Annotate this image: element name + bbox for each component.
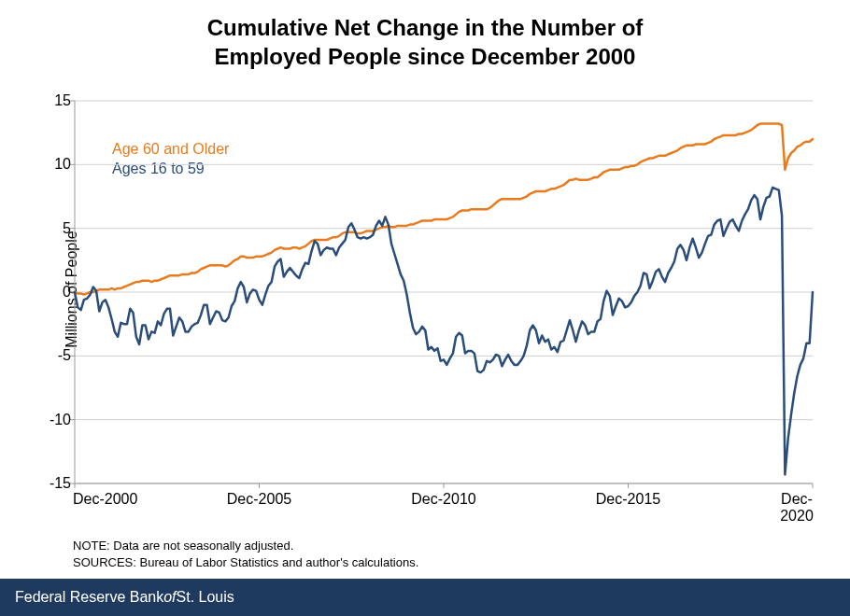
y-tick-label: 5: [43, 220, 71, 237]
y-tick-label: -10: [43, 412, 71, 428]
y-tick-label: -15: [43, 475, 71, 492]
series-age-16-59: [75, 188, 813, 475]
footer-prefix: Federal Reserve Bank: [15, 589, 163, 606]
note-line2: SOURCES: Bureau of Labor Statistics and …: [73, 554, 418, 571]
title-line2: Employed People since December 2000: [215, 44, 636, 69]
x-tick-label: Dec-2005: [227, 491, 291, 508]
chart-container: Cumulative Net Change in the Number of E…: [0, 0, 850, 579]
footer: Federal Reserve Bank of St. Louis: [0, 579, 850, 616]
x-tick-label: Dec-2000: [73, 491, 137, 508]
series-age-60-plus: [75, 124, 813, 295]
footer-suffix: St. Louis: [177, 589, 234, 606]
y-tick-label: 0: [43, 284, 71, 301]
note-line1: NOTE: Data are not seasonally adjusted.: [73, 538, 418, 554]
plot-area: [75, 101, 813, 483]
x-tick-label: Dec-2010: [411, 491, 475, 508]
chart-title: Cumulative Net Change in the Number of E…: [0, 0, 850, 71]
notes: NOTE: Data are not seasonally adjusted. …: [73, 538, 418, 570]
y-tick-label: 10: [43, 156, 71, 173]
y-tick-label: 15: [43, 92, 71, 109]
footer-of: of: [163, 589, 176, 606]
x-tick-label: Dec-2020: [779, 491, 815, 525]
y-tick-label: -5: [43, 347, 71, 364]
x-tick-label: Dec-2015: [596, 491, 660, 508]
plot-svg: [75, 101, 813, 483]
title-line1: Cumulative Net Change in the Number of: [207, 15, 644, 40]
